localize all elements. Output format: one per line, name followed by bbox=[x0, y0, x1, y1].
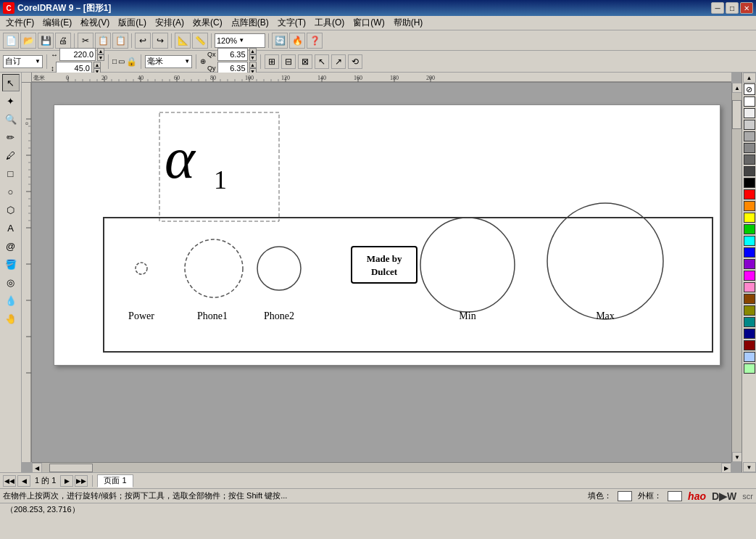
help-button[interactable]: ❓ bbox=[307, 33, 323, 49]
preset-dropdown[interactable]: 自订 ▼ bbox=[3, 55, 43, 68]
tool-dropper[interactable]: 💧 bbox=[2, 292, 20, 309]
color-red[interactable] bbox=[744, 189, 755, 199]
color-gray2[interactable] bbox=[744, 131, 755, 141]
palette-scroll-down[interactable]: ▼ bbox=[743, 462, 756, 472]
no-color-swatch[interactable]: ⊘ bbox=[744, 83, 755, 95]
grid-btn2[interactable]: ⊟ bbox=[281, 54, 296, 69]
unit-dropdown[interactable]: 毫米 ▼ bbox=[145, 55, 192, 68]
tool-zoom[interactable]: 🔍 bbox=[2, 110, 20, 128]
pos-x-input[interactable]: 6.35 bbox=[217, 48, 248, 61]
transform-btn2[interactable]: ↗ bbox=[331, 54, 346, 69]
color-purple[interactable] bbox=[744, 259, 755, 269]
scrollbar-horizontal[interactable]: ◀ ▶ bbox=[32, 462, 731, 472]
color-gray5[interactable] bbox=[744, 166, 755, 176]
color-magenta[interactable] bbox=[744, 271, 755, 281]
color-cyan[interactable] bbox=[744, 236, 755, 246]
color-light-gray[interactable] bbox=[744, 108, 755, 118]
tool-pen[interactable]: 🖊 bbox=[2, 147, 20, 164]
scroll-left-button[interactable]: ◀ bbox=[32, 463, 42, 472]
scroll-track-v[interactable] bbox=[732, 93, 742, 452]
last-page-button[interactable]: ▶▶ bbox=[75, 475, 88, 487]
transform-btn3[interactable]: ⟲ bbox=[348, 54, 362, 69]
tool-fill[interactable]: 🪣 bbox=[2, 255, 20, 273]
color-teal[interactable] bbox=[744, 317, 755, 327]
tool-text[interactable]: A bbox=[2, 219, 20, 236]
tool-polygon[interactable]: ⬡ bbox=[2, 201, 20, 218]
color-navy[interactable] bbox=[744, 329, 755, 339]
width-up[interactable]: ▲ bbox=[97, 48, 104, 54]
cut-button[interactable]: ✂ bbox=[78, 33, 94, 49]
posx-up[interactable]: ▲ bbox=[249, 48, 257, 54]
menu-bitmaps[interactable]: 点阵图(B) bbox=[227, 15, 273, 30]
tool-spiral[interactable]: @ bbox=[2, 237, 20, 255]
fire-button[interactable]: 🔥 bbox=[289, 33, 305, 49]
menu-help[interactable]: 帮助(H) bbox=[389, 15, 428, 30]
tool-select[interactable]: ↖ bbox=[2, 74, 20, 91]
scrollbar-vertical[interactable]: ▲ ▼ bbox=[731, 83, 742, 462]
palette-scroll-up[interactable]: ▲ bbox=[743, 73, 756, 83]
menu-file[interactable]: 文件(F) bbox=[1, 15, 38, 30]
height-up[interactable]: ▲ bbox=[94, 62, 101, 68]
prev-page-button[interactable]: ◀ bbox=[17, 475, 30, 487]
tool-hand[interactable]: 🤚 bbox=[2, 310, 20, 327]
zoom-dropdown[interactable]: 120% ▼ bbox=[215, 33, 265, 48]
transform-btn1[interactable]: ↖ bbox=[315, 54, 329, 69]
export-button[interactable]: 📏 bbox=[192, 33, 208, 49]
copy-button[interactable]: 📋 bbox=[95, 33, 111, 49]
open-button[interactable]: 📂 bbox=[20, 33, 36, 49]
refresh-button[interactable]: 🔄 bbox=[272, 33, 288, 49]
posy-up[interactable]: ▲ bbox=[249, 62, 257, 68]
color-dark-red[interactable] bbox=[744, 340, 755, 350]
scroll-thumb-v[interactable] bbox=[732, 100, 742, 129]
menu-text[interactable]: 文字(T) bbox=[273, 15, 310, 30]
color-blue[interactable] bbox=[744, 247, 755, 258]
print-button[interactable]: 🖨 bbox=[55, 33, 71, 49]
new-button[interactable]: 📄 bbox=[3, 33, 19, 49]
tool-outline[interactable]: ◎ bbox=[2, 273, 20, 291]
close-button[interactable]: ✕ bbox=[740, 2, 753, 14]
undo-button[interactable]: ↩ bbox=[135, 33, 151, 49]
color-pink[interactable] bbox=[744, 282, 755, 292]
redo-button[interactable]: ↪ bbox=[152, 33, 168, 49]
tool-ellipse[interactable]: ○ bbox=[2, 183, 20, 200]
menu-layout[interactable]: 版面(L) bbox=[114, 15, 151, 30]
menu-edit[interactable]: 编辑(E) bbox=[38, 15, 76, 30]
color-light-blue[interactable] bbox=[744, 352, 755, 362]
tool-rect[interactable]: □ bbox=[2, 165, 20, 182]
import-button[interactable]: 📐 bbox=[175, 33, 191, 49]
page-tab-1[interactable]: 页面 1 bbox=[97, 474, 133, 487]
paste-button[interactable]: 📋 bbox=[112, 33, 128, 49]
color-orange[interactable] bbox=[744, 201, 755, 211]
color-olive[interactable] bbox=[744, 305, 755, 316]
menu-view[interactable]: 检视(V) bbox=[76, 15, 114, 30]
menu-effects[interactable]: 效果(C) bbox=[188, 15, 227, 30]
next-page-button[interactable]: ▶ bbox=[60, 475, 73, 487]
width-input[interactable]: 220.0 bbox=[59, 48, 96, 61]
grid-btn1[interactable]: ⊞ bbox=[265, 54, 279, 69]
canvas-area[interactable]: 毫米 0 20 40 60 80 100 120 140 160 bbox=[22, 73, 742, 472]
color-white[interactable] bbox=[744, 96, 755, 107]
width-down[interactable]: ▼ bbox=[97, 54, 104, 61]
save-button[interactable]: 💾 bbox=[38, 33, 54, 49]
color-brown[interactable] bbox=[744, 294, 755, 304]
color-gray1[interactable] bbox=[744, 120, 755, 130]
maximize-button[interactable]: □ bbox=[726, 2, 739, 14]
scroll-down-button[interactable]: ▼ bbox=[732, 452, 742, 462]
snap-btn[interactable]: ⊠ bbox=[298, 54, 312, 69]
scroll-thumb-h[interactable] bbox=[49, 464, 93, 472]
menu-tools[interactable]: 工具(O) bbox=[310, 15, 349, 30]
scroll-track-h[interactable] bbox=[42, 463, 721, 472]
color-yellow[interactable] bbox=[744, 213, 755, 223]
color-gray3[interactable] bbox=[744, 143, 755, 153]
menu-window[interactable]: 窗口(W) bbox=[349, 15, 389, 30]
scroll-right-button[interactable]: ▶ bbox=[721, 463, 731, 472]
color-gray4[interactable] bbox=[744, 155, 755, 165]
menu-arrange[interactable]: 安排(A) bbox=[151, 15, 188, 30]
tool-freehand[interactable]: ✏ bbox=[2, 128, 20, 146]
color-light-green[interactable] bbox=[744, 363, 755, 374]
minimize-button[interactable]: ─ bbox=[711, 2, 724, 14]
tool-shape[interactable]: ✦ bbox=[2, 92, 20, 110]
first-page-button[interactable]: ◀◀ bbox=[3, 475, 16, 487]
color-green[interactable] bbox=[744, 224, 755, 234]
scroll-up-button[interactable]: ▲ bbox=[732, 83, 742, 93]
